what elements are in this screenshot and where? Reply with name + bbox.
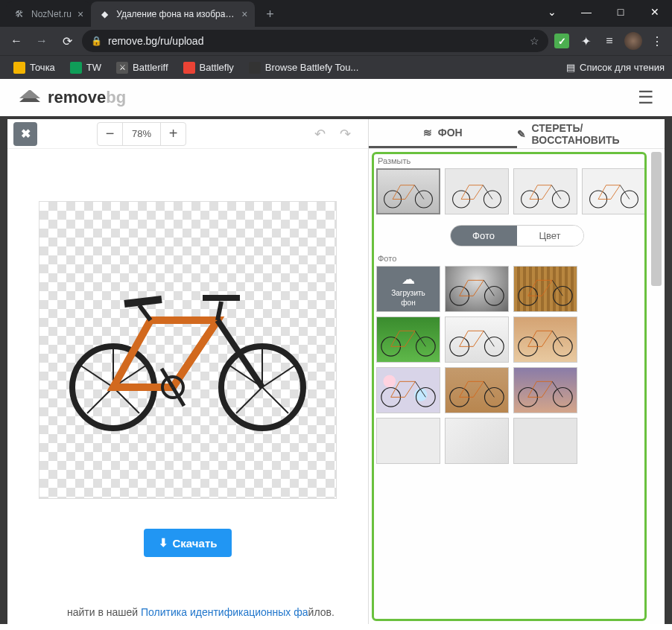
extension-icons: ✓ ✦ ≡ ⋮: [553, 32, 666, 50]
window-close[interactable]: ✕: [638, 0, 672, 24]
hamburger-menu-icon[interactable]: ☰: [638, 87, 654, 108]
side-panel: ≋ ФОН ✎ СТЕРЕТЬ/ВОССТАНОВИТЬ Размыть: [368, 119, 665, 624]
footer-before: найти в нашей: [67, 606, 141, 618]
window-chevron[interactable]: ⌄: [535, 0, 569, 24]
download-label: Скачать: [173, 537, 218, 550]
tab-title: NozNet.ru: [31, 9, 72, 19]
side-content: Размыть Фото Цвет Фото ☁: [369, 149, 665, 624]
tab-background[interactable]: ≋ ФОН: [369, 119, 517, 148]
bookmark-label: Battlefly: [200, 62, 234, 73]
bg-thumb-light-gray[interactable]: [376, 418, 440, 464]
bg-thumb-bokeh[interactable]: [376, 367, 440, 413]
nav-back-button[interactable]: ←: [6, 31, 27, 51]
window-minimize[interactable]: —: [569, 0, 603, 24]
reading-list-icon: ▤: [566, 62, 575, 73]
layers-icon: ≋: [423, 127, 432, 139]
editor-close-button[interactable]: ✖: [13, 122, 37, 146]
blur-thumb-original[interactable]: [376, 168, 440, 214]
browser-tab-noznet[interactable]: 🛠 NozNet.ru ×: [6, 1, 91, 27]
extension-list-icon[interactable]: ≡: [600, 32, 618, 50]
bookmark-battleriff[interactable]: ⚔Battleriff: [110, 59, 174, 77]
upload-background-button[interactable]: ☁ Загрузить фон: [376, 266, 440, 312]
canvas-panel: ✖ − 78% + ↶ ↷: [7, 119, 368, 624]
profile-avatar[interactable]: [624, 32, 642, 50]
tab-title: Удаление фона на изображени: [116, 9, 235, 19]
bookmark-star-icon[interactable]: ☆: [530, 35, 539, 47]
nav-reload-button[interactable]: ⟳: [57, 31, 77, 51]
tab-close-icon[interactable]: ×: [77, 8, 83, 20]
svg-line-14: [139, 305, 150, 320]
extensions-puzzle-icon[interactable]: ✦: [577, 32, 595, 50]
svg-line-10: [236, 387, 262, 413]
window-maximize[interactable]: □: [603, 0, 638, 24]
reading-list-label: Список для чтения: [580, 62, 665, 73]
browser-menu-icon[interactable]: ⋮: [648, 32, 666, 50]
blur-thumb-light[interactable]: [445, 168, 509, 214]
bg-thumb-grass[interactable]: [376, 316, 440, 363]
cloud-upload-icon: ☁: [402, 271, 415, 287]
tab-close-icon[interactable]: ×: [241, 8, 247, 20]
bookmark-battlefy[interactable]: Browse Battlefy Tou...: [243, 59, 365, 77]
browser-toolbar: ← → ⟳ 🔒 remove.bg/ru/upload ☆ ✓ ✦ ≡ ⋮: [0, 27, 672, 55]
favicon-removebg: ◆: [98, 8, 110, 20]
footer-text: найти в нашей Политика идентификационных…: [67, 606, 335, 618]
bg-thumb-studio-gray[interactable]: [445, 266, 509, 312]
blur-thumb-heavy[interactable]: [582, 168, 646, 214]
undo-redo-group: ↶ ↷: [308, 123, 356, 145]
bg-thumb-autumn-wood[interactable]: [513, 316, 577, 363]
download-button[interactable]: ⬇ Скачать: [144, 529, 232, 557]
extension-check[interactable]: ✓: [553, 32, 571, 50]
brush-icon: ✎: [517, 128, 526, 140]
svg-line-9: [262, 365, 296, 387]
window-controls: ⌄ — □ ✕: [535, 0, 672, 24]
zoom-controls: − 78% +: [97, 122, 186, 146]
blur-thumb-medium[interactable]: [513, 168, 577, 214]
bookmark-tochka[interactable]: Точка: [7, 59, 61, 77]
zoom-out-button[interactable]: −: [98, 123, 123, 145]
site-logo[interactable]: removebg: [18, 88, 126, 107]
undo-button[interactable]: ↶: [308, 123, 331, 145]
redo-button[interactable]: ↷: [334, 123, 356, 145]
favicon-noznet: 🛠: [13, 8, 25, 20]
bookmark-battlefly[interactable]: Battlefly: [177, 59, 240, 77]
address-bar[interactable]: 🔒 remove.bg/ru/upload ☆: [82, 30, 548, 52]
svg-line-11: [262, 387, 288, 413]
bookmark-label: Battleriff: [133, 62, 168, 73]
svg-line-15: [124, 299, 162, 304]
scrollbar[interactable]: [651, 152, 662, 286]
bg-thumb-wood-natural[interactable]: [445, 367, 509, 413]
image-canvas[interactable]: [39, 201, 337, 499]
blur-section-label: Размыть: [378, 156, 660, 165]
tab-label: СТЕРЕТЬ/ВОССТАНОВИТЬ: [532, 122, 665, 146]
bookmarks-bar: Точка TW ⚔Battleriff Battlefly Browse Ba…: [0, 55, 672, 79]
nav-forward-button[interactable]: →: [31, 31, 52, 51]
download-icon: ⬇: [159, 536, 168, 550]
bookmark-tw[interactable]: TW: [64, 59, 107, 77]
upload-label-2: фон: [401, 299, 415, 307]
bg-thumb-marble[interactable]: [445, 418, 509, 464]
bg-thumb-sunset[interactable]: [513, 367, 577, 413]
photo-section-label: Фото: [378, 254, 660, 263]
browser-tab-removebg[interactable]: ◆ Удаление фона на изображени ×: [91, 1, 255, 27]
svg-line-6: [113, 387, 139, 413]
tab-erase-restore[interactable]: ✎ СТЕРЕТЬ/ВОССТАНОВИТЬ: [517, 119, 665, 148]
bg-thumb-concrete[interactable]: [513, 418, 577, 464]
reading-list-button[interactable]: ▤ Список для чтения: [566, 62, 665, 73]
toggle-color[interactable]: Цвет: [517, 226, 583, 246]
tab-label: ФОН: [438, 127, 463, 139]
new-tab-button[interactable]: +: [259, 4, 280, 25]
footer-link[interactable]: Политика идентификационных фа: [141, 606, 308, 618]
editor-modal: ✖ − 78% + ↶ ↷: [7, 119, 665, 624]
zoom-in-button[interactable]: +: [160, 123, 186, 145]
upload-label-1: Загрузить: [391, 289, 425, 297]
blur-thumbnails: [373, 168, 660, 214]
subject-image: [54, 268, 322, 432]
bg-type-toggle: Фото Цвет: [450, 225, 584, 246]
canvas-toolbar: ✖ − 78% + ↶ ↷: [7, 119, 368, 149]
site-header: removebg ☰: [0, 79, 672, 116]
svg-line-3: [80, 365, 113, 387]
bookmark-label: TW: [86, 62, 101, 73]
bg-thumb-wood-slats[interactable]: [513, 266, 577, 312]
bg-thumb-white-wall[interactable]: [445, 316, 509, 363]
toggle-photo[interactable]: Фото: [451, 226, 517, 246]
